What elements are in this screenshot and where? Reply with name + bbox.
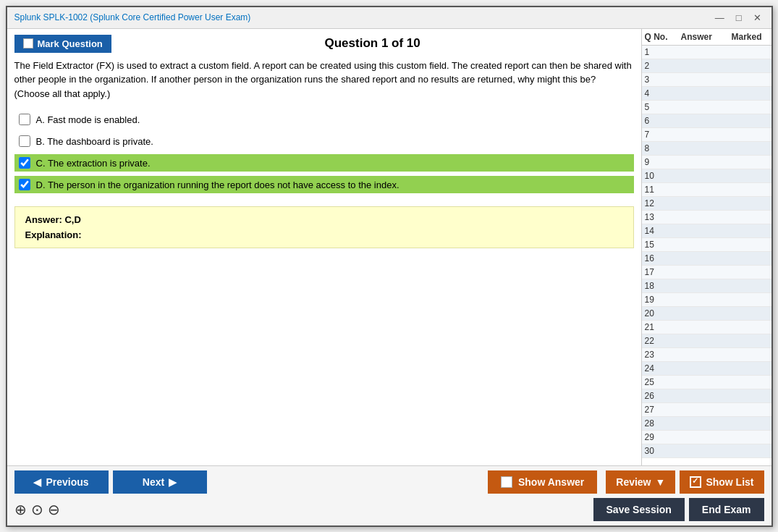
list-item[interactable]: 12 [642, 197, 771, 211]
show-list-label: Show List [706, 476, 753, 488]
option-b-label: B. The dashboard is private. [36, 136, 153, 147]
window-title-colored: (Splunk Core Certified Power User Exam) [90, 12, 250, 22]
list-item[interactable]: 13 [642, 211, 771, 224]
option-d[interactable]: D. The person in the organization runnin… [14, 176, 634, 193]
question-list-header: Q No. Answer Marked [642, 29, 771, 46]
list-item[interactable]: 19 [642, 293, 771, 307]
list-item[interactable]: 30 [642, 444, 771, 458]
answer-box: Answer: C,D Explanation: [14, 206, 634, 248]
list-item[interactable]: 25 [642, 376, 771, 389]
review-label: Review [616, 476, 651, 488]
option-d-checkbox[interactable] [19, 179, 30, 190]
question-title: Question 1 of 10 [111, 36, 634, 51]
bottom-row1: ◀ Previous Next ▶ Show Answer Review ▼ S… [14, 470, 764, 494]
save-session-label: Save Session [606, 504, 672, 515]
window-title: Splunk SPLK-1002 (Splunk Core Certified … [14, 12, 251, 22]
col-marked: Marked [732, 32, 771, 42]
option-c[interactable]: C. The extraction is private. [14, 154, 634, 172]
bottom-row2: ⊕ ⊙ ⊖ Save Session End Exam [14, 498, 764, 521]
option-c-checkbox[interactable] [19, 157, 30, 169]
explanation-line: Explanation: [25, 229, 623, 240]
save-session-button[interactable]: Save Session [593, 498, 685, 521]
header-row: Mark Question Question 1 of 10 [14, 35, 634, 53]
main-window: Splunk SPLK-1002 (Splunk Core Certified … [6, 6, 773, 527]
list-item[interactable]: 3 [642, 73, 771, 87]
list-item[interactable]: 23 [642, 348, 771, 362]
list-item[interactable]: 2 [642, 59, 771, 73]
mark-question-label: Mark Question [38, 38, 103, 49]
option-d-label: D. The person in the organization runnin… [36, 180, 399, 190]
option-a[interactable]: A. Fast mode is enabled. [14, 111, 634, 128]
list-item[interactable]: 22 [642, 334, 771, 348]
zoom-out-button[interactable]: ⊖ [48, 501, 60, 518]
show-list-button[interactable]: Show List [680, 470, 764, 494]
bottom-toolbar: ◀ Previous Next ▶ Show Answer Review ▼ S… [7, 465, 771, 525]
option-b-checkbox[interactable] [19, 135, 30, 147]
previous-label: Previous [46, 476, 88, 488]
show-list-checkbox-icon [690, 476, 701, 488]
list-item[interactable]: 27 [642, 403, 771, 417]
list-item[interactable]: 15 [642, 238, 771, 252]
list-item[interactable]: 24 [642, 362, 771, 376]
list-item[interactable]: 7 [642, 128, 771, 142]
content-area: Mark Question Question 1 of 10 The Field… [7, 29, 771, 465]
col-qno: Q No. [645, 32, 681, 42]
col-answer: Answer [681, 32, 732, 42]
end-exam-button[interactable]: End Exam [689, 498, 764, 521]
prev-arrow-icon: ◀ [33, 476, 41, 488]
window-title-plain: Splunk SPLK-1002 [14, 12, 90, 22]
list-item[interactable]: 11 [642, 183, 771, 197]
list-item[interactable]: 17 [642, 266, 771, 279]
list-item[interactable]: 29 [642, 431, 771, 444]
list-item[interactable]: 9 [642, 156, 771, 169]
mark-checkbox-icon [23, 38, 33, 48]
title-bar: Splunk SPLK-1002 (Splunk Core Certified … [7, 7, 771, 29]
list-item[interactable]: 8 [642, 142, 771, 156]
option-a-label: A. Fast mode is enabled. [36, 114, 140, 125]
answer-line: Answer: C,D [25, 214, 623, 225]
review-button[interactable]: Review ▼ [606, 470, 675, 494]
show-answer-label: Show Answer [518, 476, 584, 488]
close-button[interactable]: ✕ [750, 12, 764, 23]
zoom-in-button[interactable]: ⊕ [14, 501, 27, 518]
zoom-controls: ⊕ ⊙ ⊖ [14, 501, 60, 518]
next-arrow-icon: ▶ [169, 476, 177, 488]
show-answer-button[interactable]: Show Answer [488, 470, 597, 494]
option-a-checkbox[interactable] [19, 114, 30, 125]
next-label: Next [143, 476, 164, 488]
zoom-reset-button[interactable]: ⊙ [31, 501, 43, 518]
list-item[interactable]: 18 [642, 279, 771, 293]
list-item[interactable]: 1 [642, 46, 771, 59]
end-exam-label: End Exam [702, 504, 751, 515]
question-list[interactable]: 1 2 3 4 5 6 7 8 [642, 46, 771, 465]
list-item[interactable]: 16 [642, 252, 771, 266]
show-answer-checkbox-icon [501, 476, 512, 488]
list-item[interactable]: 6 [642, 114, 771, 128]
list-item[interactable]: 26 [642, 389, 771, 403]
list-item[interactable]: 14 [642, 224, 771, 238]
list-item[interactable]: 4 [642, 87, 771, 101]
mark-question-button[interactable]: Mark Question [14, 35, 111, 53]
next-button[interactable]: Next ▶ [113, 470, 207, 494]
list-item[interactable]: 28 [642, 417, 771, 431]
list-item[interactable]: 5 [642, 101, 771, 114]
window-controls: — □ ✕ [712, 12, 764, 23]
list-item[interactable]: 20 [642, 307, 771, 321]
previous-button[interactable]: ◀ Previous [14, 470, 109, 494]
option-c-label: C. The extraction is private. [36, 158, 151, 169]
maximize-button[interactable]: □ [733, 12, 745, 23]
list-item[interactable]: 10 [642, 169, 771, 183]
option-b[interactable]: B. The dashboard is private. [14, 132, 634, 150]
options-list: A. Fast mode is enabled. B. The dashboar… [14, 111, 634, 193]
question-text: The Field Extractor (FX) is used to extr… [14, 59, 634, 101]
list-item[interactable]: 21 [642, 321, 771, 334]
review-dropdown-icon: ▼ [656, 476, 666, 488]
left-panel: Mark Question Question 1 of 10 The Field… [7, 29, 641, 465]
minimize-button[interactable]: — [712, 12, 727, 23]
right-panel: Q No. Answer Marked 1 2 3 4 5 [641, 29, 771, 465]
